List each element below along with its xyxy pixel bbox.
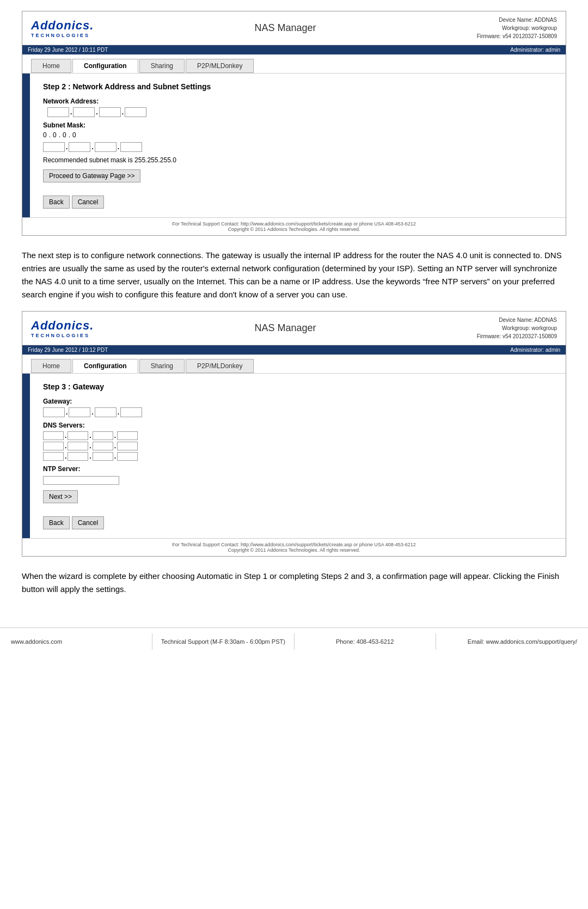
subnet-val-2: 0 [53,131,57,139]
subnet-input-group-1: . . . [43,142,553,152]
status-admin-2: Administrator: admin [510,347,560,353]
cancel-btn-2[interactable]: Cancel [72,516,104,529]
net-seg-4[interactable] [125,107,146,117]
dns2-seg-2[interactable] [68,442,88,450]
firmware-2: Firmware: v54 20120327-150809 [477,332,557,340]
recommended-text-1: Recommended subnet mask is 255.255.255.0 [43,156,553,164]
footer-copyright-2: Copyright © 2011 Addonics Technologies. … [28,547,560,553]
dns1-seg-4[interactable] [117,431,138,440]
left-bar-2 [22,374,30,538]
tab-configuration-2[interactable]: Configuration [72,359,138,373]
firmware-1: Firmware: v54 20120327-150809 [477,32,557,40]
logo-subtitle-2: TECHNOLOGIES [31,333,94,338]
ntp-input[interactable] [43,476,119,485]
footer-email: Email: www.addonics.com/support/query/ [436,638,577,645]
tab-home-2[interactable]: Home [31,359,71,373]
sub-seg-1[interactable] [43,142,65,152]
footer-phone: Phone: 408-453-6212 [295,638,436,645]
sub-seg-3[interactable] [95,142,117,152]
status-bar-1: Friday 29 June 2012 / 10:11 PDT Administ… [22,45,566,54]
gw-seg-3[interactable] [95,407,117,417]
dns3-seg-1[interactable] [43,452,64,461]
dns1-seg-3[interactable] [93,431,113,440]
dns-row-3: . . . [43,452,553,461]
subnet-val-1: 0 [43,131,47,139]
logo-area-2: Addonics. TECHNOLOGIES [31,319,94,338]
subnet-group-1: 0 . 0 . 0 . 0 [43,131,553,139]
device-name-1: Device Name: ADDNAS [477,16,557,24]
nas-main-2: Step 3 : Gateway Gateway: . . . DNS Serv… [30,374,566,538]
screenshot-footer-1: For Technical Support Contact: http://ww… [22,217,566,235]
network-addr-row-1: . . . [47,107,553,117]
net-seg-2[interactable] [73,107,95,117]
nav-tabs-1: Home Configuration Sharing P2P/MLDonkey [22,54,566,74]
dns2-seg-3[interactable] [93,442,113,450]
dns3-seg-2[interactable] [68,452,88,461]
back-btn-1[interactable]: Back [43,196,70,209]
logo-text-2: Addonics. [31,319,94,333]
dns-row-1: . . . [43,431,553,440]
status-admin-1: Administrator: admin [510,47,560,53]
tab-sharing-2[interactable]: Sharing [139,359,185,373]
net-seg-1[interactable] [47,107,69,117]
tab-p2p-2[interactable]: P2P/MLDonkey [186,359,254,373]
dns-row-2: . . . [43,442,553,450]
step-title-1: Step 2 : Network Address and Subnet Sett… [43,82,553,91]
sub-seg-4[interactable] [120,142,142,152]
gw-seg-4[interactable] [120,407,142,417]
device-info-2: Device Name: ADDNAS Workgroup: workgroup… [477,316,557,340]
dns3-seg-4[interactable] [117,452,138,461]
nas-title-2: NAS Manager [254,322,316,334]
gw-seg-2[interactable] [69,407,90,417]
logo-area-1: Addonics. TECHNOLOGIES [31,19,94,38]
dns2-seg-1[interactable] [43,442,64,450]
nas-content-2: Step 3 : Gateway Gateway: . . . DNS Serv… [30,374,566,538]
footer-website: www.addonics.com [11,638,152,645]
nas-main-1: Step 2 : Network Address and Subnet Sett… [30,74,566,217]
tab-home-1[interactable]: Home [31,59,71,73]
workgroup-1: Workgroup: workgroup [477,24,557,32]
network-label-1: Network Address: [43,97,553,105]
net-seg-3[interactable] [99,107,121,117]
status-date-2: Friday 29 June 2012 / 10:12 PDT [28,347,108,353]
back-btn-2[interactable]: Back [43,516,70,529]
logo-text-1: Addonics. [31,19,94,33]
dns1-seg-1[interactable] [43,431,64,440]
desc-text-2: When the wizard is complete by either ch… [22,570,566,596]
footer-copyright-1: Copyright © 2011 Addonics Technologies. … [28,227,560,232]
dns3-seg-3[interactable] [93,452,113,461]
desc-text-1: The next step is to configure network co… [22,249,566,301]
tab-configuration-1[interactable]: Configuration [72,59,138,73]
workgroup-2: Workgroup: workgroup [477,324,557,332]
nas-title-1: NAS Manager [254,22,316,34]
ntp-field-wrapper [43,475,553,485]
cancel-btn-1[interactable]: Cancel [72,196,104,209]
dns1-seg-2[interactable] [68,431,88,440]
nas-header-2: Addonics. TECHNOLOGIES NAS Manager Devic… [22,312,566,345]
dns-label-2: DNS Servers: [43,422,553,429]
tab-p2p-1[interactable]: P2P/MLDonkey [186,59,254,73]
nas-body-1: Step 2 : Network Address and Subnet Sett… [22,74,566,217]
status-bar-2: Friday 29 June 2012 / 10:12 PDT Administ… [22,345,566,355]
subnet-val-4: 0 [72,131,76,139]
gateway-label-2: Gateway: [43,398,553,405]
screenshot1: Addonics. TECHNOLOGIES NAS Manager Devic… [22,11,566,236]
proceed-btn-1[interactable]: Proceed to Gateway Page >> [43,169,140,182]
step-title-2: Step 3 : Gateway [43,382,553,391]
logo-subtitle-1: TECHNOLOGIES [31,33,94,38]
dns2-seg-4[interactable] [117,442,138,450]
nas-body-2: Step 3 : Gateway Gateway: . . . DNS Serv… [22,374,566,538]
ntp-label-2: NTP Server: [43,465,553,473]
sub-seg-2[interactable] [69,142,90,152]
footer-contact-2: For Technical Support Contact: http://ww… [28,542,560,547]
device-name-2: Device Name: ADDNAS [477,316,557,324]
footer-contact-1: For Technical Support Contact: http://ww… [28,221,560,227]
bottom-btns-1: Back Cancel [43,196,553,209]
page-footer: www.addonics.com Technical Support (M-F … [0,627,588,655]
gw-seg-1[interactable] [43,407,65,417]
footer-support: Technical Support (M-F 8:30am - 6:00pm P… [152,638,293,645]
subnet-val-3: 0 [63,131,66,139]
tab-sharing-1[interactable]: Sharing [139,59,185,73]
next-btn-2[interactable]: Next >> [43,490,78,503]
device-info-1: Device Name: ADDNAS Workgroup: workgroup… [477,16,557,40]
